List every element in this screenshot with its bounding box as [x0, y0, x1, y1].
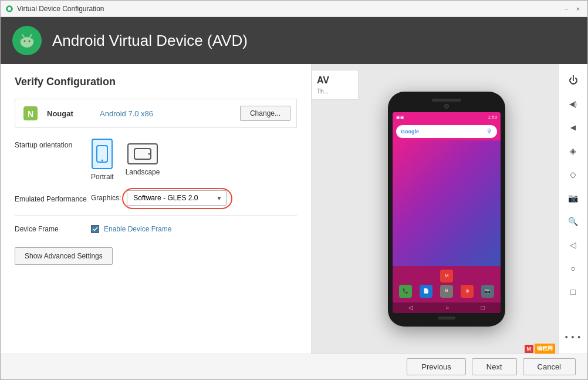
landscape-option[interactable]: Landscape: [126, 143, 160, 176]
avd-partial-subtitle: Th...: [317, 88, 353, 95]
avd-partial-panel: AV Th...: [312, 70, 359, 100]
more-button[interactable]: • • •: [563, 327, 584, 348]
dock-row: 📞 📄 ⠿ ⊕ 📷: [395, 285, 498, 298]
apps-icon: ⠿: [440, 285, 453, 298]
watermark-box1: M: [525, 345, 534, 353]
device-frame-row: Device Frame Enable Device Frame: [15, 225, 297, 233]
landscape-device-icon: [134, 148, 151, 160]
left-panel: Verify Configuration N Nougat Android 7.…: [1, 64, 312, 354]
graphics-select[interactable]: Software - GLES 2.0 Auto Hardware - GLES…: [127, 190, 227, 206]
footer: Previous Next Cancel M 编程网: [1, 354, 587, 379]
section-title: Verify Configuration: [15, 76, 297, 88]
device-name: Nougat: [47, 109, 88, 118]
cancel-button[interactable]: Cancel: [523, 358, 576, 375]
docs-app-icon: 📄: [420, 285, 432, 298]
title-bar-text: Virtual Device Configuration: [17, 5, 562, 13]
minimize-button[interactable]: −: [562, 4, 571, 14]
screen-dock: M 📞 📄 ⠿ ⊕ 📷: [393, 266, 501, 302]
device-description: Android 7.0 x86: [100, 109, 240, 118]
avd-partial-label: AV: [317, 75, 353, 86]
checkmark-icon: [92, 226, 98, 232]
graphics-label: Graphics:: [91, 194, 121, 202]
nougat-icon: N: [21, 104, 40, 123]
recent-nav-icon: □: [481, 304, 485, 311]
home-nav-icon: ○: [445, 304, 449, 311]
svg-line-7: [30, 35, 32, 37]
main-window: Virtual Device Configuration − × Android…: [0, 0, 588, 380]
back-nav-icon: ◁: [408, 304, 413, 311]
android-icon: [18, 32, 36, 49]
main-content: Verify Configuration N Nougat Android 7.…: [1, 64, 587, 354]
screen-wallpaper: [393, 140, 501, 266]
android-logo: [12, 26, 42, 55]
enable-device-frame-label: Enable Device Frame: [104, 225, 171, 233]
orientation-option-group: Portrait Landscape: [91, 139, 297, 181]
svg-line-6: [22, 35, 24, 37]
svg-point-15: [148, 153, 150, 155]
status-time: 1:59: [488, 115, 497, 120]
screen-statusbar: ▣▣ 1:59: [393, 112, 501, 123]
previous-button[interactable]: Previous: [407, 358, 466, 375]
orientation-options: Portrait Landscape: [91, 139, 297, 181]
screen-nav-bar: ◁ ○ □: [393, 302, 501, 313]
watermark: M 编程网: [525, 344, 556, 354]
svg-rect-9: [32, 39, 33, 43]
device-frame-value: Enable Device Frame: [91, 225, 171, 233]
portrait-icon: [92, 139, 113, 169]
phone-home-button: [438, 317, 455, 320]
title-bar-controls: − ×: [562, 4, 583, 14]
performance-label: Emulated Performance: [15, 193, 91, 203]
orientation-row: Startup orientation Portrait: [15, 139, 297, 181]
zoom-button[interactable]: 🔍: [563, 211, 584, 232]
show-advanced-settings-button[interactable]: Show Advanced Settings: [15, 247, 113, 265]
enable-device-frame-checkbox[interactable]: [91, 225, 99, 233]
orientation-label: Startup orientation: [15, 139, 91, 149]
portrait-device-icon: [96, 145, 108, 163]
volume-up-button[interactable]: ◀): [563, 93, 584, 115]
graphics-select-wrapper: Software - GLES 2.0 Auto Hardware - GLES…: [127, 190, 227, 206]
google-logo: Google: [401, 129, 419, 134]
header: Android Virtual Device (AVD): [1, 17, 587, 64]
device-row: N Nougat Android 7.0 x86 Change...: [15, 99, 297, 128]
svg-point-5: [29, 41, 31, 42]
rotate-button[interactable]: ◈: [563, 140, 584, 162]
camera-app-icon: 📷: [481, 285, 494, 298]
volume-down-button[interactable]: ◀: [563, 117, 584, 138]
power-button[interactable]: ⏻: [563, 70, 584, 91]
close-button[interactable]: ×: [573, 4, 583, 14]
home-button[interactable]: ○: [563, 258, 584, 279]
gmail-app-icon: M: [440, 270, 453, 283]
portrait-option[interactable]: Portrait: [91, 139, 114, 181]
phone-screen[interactable]: ▣▣ 1:59 Google 🎙 M: [393, 112, 501, 313]
recent-button[interactable]: □: [563, 281, 584, 302]
chrome-app-icon: ⊕: [461, 285, 474, 298]
title-bar: Virtual Device Configuration − ×: [1, 1, 587, 17]
watermark-box2: 编程网: [535, 344, 555, 354]
phone-camera: [444, 104, 449, 109]
landscape-icon: [127, 143, 158, 164]
wifi-signal-icon: ▣▣: [396, 115, 404, 120]
app-row: M: [395, 270, 498, 283]
svg-point-1: [8, 7, 11, 11]
svg-rect-8: [21, 39, 22, 43]
change-button[interactable]: Change...: [240, 106, 290, 121]
performance-row: Emulated Performance Graphics: Software …: [15, 190, 297, 206]
landscape-label: Landscape: [126, 168, 160, 176]
svg-point-4: [24, 41, 26, 42]
right-panel: AV Th... ▣▣ 1:59 Google 🎙: [312, 64, 587, 354]
graphics-section: Graphics: Software - GLES 2.0 Auto Hardw…: [91, 190, 227, 206]
screenshot-button[interactable]: 📷: [563, 187, 584, 209]
back-button[interactable]: ◁: [563, 234, 584, 255]
fold-button[interactable]: ◇: [563, 164, 584, 185]
header-title: Android Virtual Device (AVD): [52, 32, 248, 50]
svg-text:N: N: [28, 109, 33, 119]
portrait-label: Portrait: [91, 173, 114, 181]
screen-searchbar: Google 🎙: [396, 125, 497, 138]
android-studio-icon: [5, 5, 13, 13]
phone-speaker: [432, 99, 461, 102]
mic-icon: 🎙: [486, 128, 492, 134]
side-buttons-panel: ⏻ ◀) ◀ ◈ ◇ 📷 🔍 ◁ ○ □ • • •: [558, 64, 587, 354]
next-button[interactable]: Next: [472, 358, 517, 375]
phone-mockup: ▣▣ 1:59 Google 🎙 M: [388, 92, 505, 327]
phone-app-icon: 📞: [399, 285, 412, 298]
